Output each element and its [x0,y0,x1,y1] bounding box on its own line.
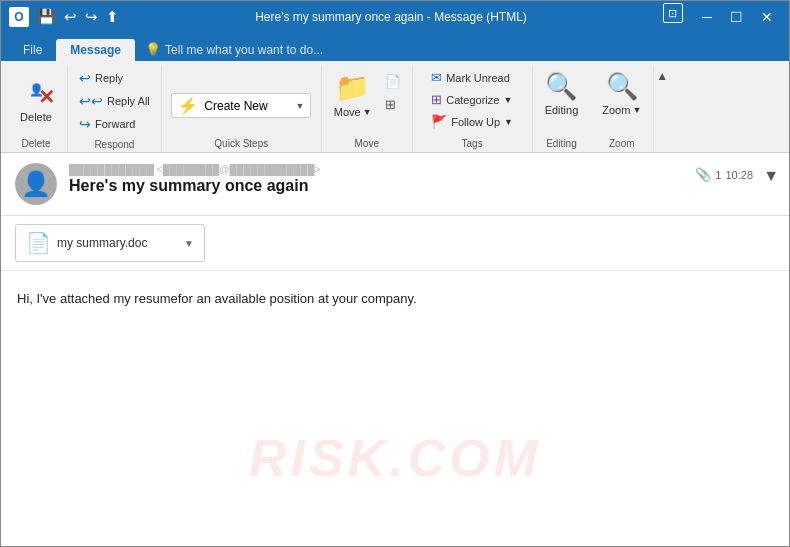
quicksteps-group-label: Quick Steps [214,136,268,152]
quick-save[interactable]: 💾 [37,8,56,26]
search-magnify-icon: 🔍 [545,71,577,102]
editing-button[interactable]: 🔍 Editing [539,67,585,120]
ribbon-group-quicksteps: ⚡ Create New ▼ Quick Steps [162,65,322,152]
zoom-icon: 🔍 [606,71,638,102]
lightbulb-icon: 💡 [145,42,161,57]
followup-arrow-icon: ▼ [504,117,513,127]
ribbon-group-zoom: 🔍 Zoom ▼ Zoom [590,65,654,152]
search-label: Tell me what you want to do... [165,43,323,57]
attachment-filename: my summary.doc [57,236,178,250]
window-controls: ⊡ ─ ☐ ✕ [663,3,781,31]
chevron-up-icon: ▲ [656,69,668,83]
move-doc-icon: 📄 [385,74,401,89]
reply-button[interactable]: ↩ Reply [74,67,155,89]
delete-label: Delete [20,111,52,123]
move-sub-btn2[interactable]: ⊞ [380,94,406,115]
delete-group-label: Delete [22,136,51,152]
email-body: Hi, I've attached my resumefor an availa… [1,271,789,327]
email-meta: ████████████ <████████@████████████> Her… [69,163,775,195]
move-dropdown-icon: ▼ [363,107,372,117]
tags-group-label: Tags [462,136,483,152]
reply-icon: ↩ [79,70,91,86]
close-btn[interactable]: ✕ [753,3,781,31]
maximize-btn[interactable]: ☐ [723,3,751,31]
title-bar: O 💾 ↩ ↪ ⬆ Here's my summary once again -… [1,1,789,33]
move-grid-icon: ⊞ [385,97,396,112]
email-body-text: Hi, I've attached my resumefor an availa… [17,289,773,309]
email-content-area: 👤 ████████████ <████████@████████████> H… [1,153,789,547]
quick-undo[interactable]: ↩ [64,8,77,26]
ribbon-group-respond: ↩ Reply ↩↩ Reply All ↪ Forward Respond [68,65,162,152]
email-header: 👤 ████████████ <████████@████████████> H… [1,153,789,216]
email-timestamp: 📎 1 10:28 [695,167,753,182]
reply-all-icon: ↩↩ [79,93,103,109]
attachment-count: 1 [715,169,721,181]
sender-avatar: 👤 [15,163,57,205]
email-from: ████████████ <████████@████████████> [69,163,775,175]
categorize-button[interactable]: ⊞ Categorize ▼ [426,89,518,110]
ribbon-collapse-btn[interactable]: ▲ [654,65,670,152]
email-expand-btn[interactable]: ▼ [763,167,779,185]
zoom-arrow-icon: ▼ [632,105,641,115]
expand-btn[interactable]: ⊡ [663,3,683,23]
avatar-person-icon: 👤 [21,170,51,198]
quick-upload[interactable]: ⬆ [106,8,119,26]
ribbon-group-tags: ✉ Mark Unread ⊞ Categorize ▼ 🚩 Follow Up… [413,65,533,152]
flag-icon: 🚩 [431,114,447,129]
ribbon-group-delete: 👤 ✕ Delete Delete [5,65,68,152]
attachment-icon: 📎 [695,167,711,182]
ribbon: 👤 ✕ Delete Delete ↩ Reply ↩↩ Reply All [1,61,789,153]
reply-all-button[interactable]: ↩↩ Reply All [74,90,155,112]
window-title: Here's my summary once again - Message (… [255,10,527,24]
title-bar-left: O 💾 ↩ ↪ ⬆ [9,7,119,27]
forward-icon: ↪ [79,116,91,132]
categorize-arrow-icon: ▼ [503,95,512,105]
zoom-group-label: Zoom [609,136,635,152]
move-group-label: Move [354,136,378,152]
file-doc-icon: 📄 [26,231,51,255]
zoom-button[interactable]: 🔍 Zoom ▼ [596,67,647,120]
mark-unread-button[interactable]: ✉ Mark Unread [426,67,518,88]
minimize-btn[interactable]: ─ [693,3,721,31]
attachment-item[interactable]: 📄 my summary.doc ▼ [15,224,205,262]
attachment-dropdown-icon: ▼ [184,238,194,249]
tab-file[interactable]: File [9,39,56,61]
email-subject: Here's my summary once again [69,177,775,195]
watermark: RISK.COM [249,428,541,488]
tab-bar: File Message 💡 Tell me what you want to … [1,33,789,61]
outlook-icon: O [9,7,29,27]
forward-button[interactable]: ↪ Forward [74,113,155,135]
ribbon-group-editing: 🔍 Editing Editing [533,65,591,152]
mark-unread-icon: ✉ [431,70,442,85]
lightning-icon: ⚡ [178,96,198,115]
categorize-icon: ⊞ [431,92,442,107]
move-button[interactable]: 📁 Move ▼ [328,67,378,122]
tab-message[interactable]: Message [56,39,135,61]
attachment-area: 📄 my summary.doc ▼ [1,216,789,271]
dropdown-arrow-icon: ▼ [295,101,304,111]
quick-redo[interactable]: ↪ [85,8,98,26]
editing-group-label: Editing [546,136,577,152]
tab-search[interactable]: 💡 Tell me what you want to do... [135,38,333,61]
delete-button[interactable]: 👤 ✕ Delete [11,67,61,127]
time-display: 10:28 [725,169,753,181]
delete-buttons: 👤 ✕ Delete [11,65,61,136]
delete-x-icon: ✕ [38,85,55,109]
respond-group-label: Respond [94,137,134,153]
folder-icon: 📁 [335,71,370,104]
ribbon-group-move: 📁 Move ▼ 📄 ⊞ Move [322,65,413,152]
create-new-button[interactable]: ⚡ Create New ▼ [171,93,311,118]
move-sub-btn1[interactable]: 📄 [380,71,406,92]
follow-up-button[interactable]: 🚩 Follow Up ▼ [426,111,518,132]
